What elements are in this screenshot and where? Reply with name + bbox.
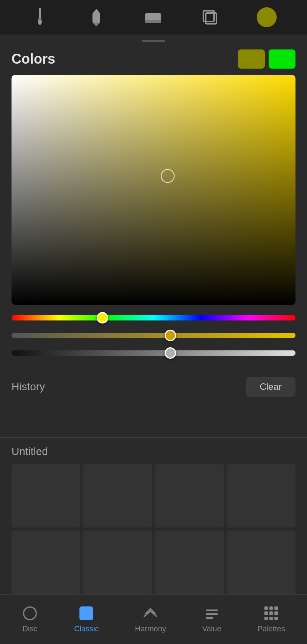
drag-handle[interactable] xyxy=(142,40,165,42)
brush-tool[interactable] xyxy=(30,8,50,27)
eraser-tool[interactable] xyxy=(144,8,163,27)
svg-rect-12 xyxy=(206,617,213,619)
hue-slider-row[interactable] xyxy=(12,312,295,323)
swatch-cell-2[interactable] xyxy=(83,464,152,527)
dark-thumb[interactable] xyxy=(165,347,176,359)
swatch-cell-3[interactable] xyxy=(155,464,224,527)
tab-bar: Disc Classic Harmony xyxy=(0,594,307,644)
tab-value[interactable]: Value xyxy=(196,601,228,637)
history-header: History Clear xyxy=(12,377,295,397)
hue-track[interactable] xyxy=(12,315,295,320)
swatch-cell-4[interactable] xyxy=(227,464,295,527)
tab-classic-label: Classic xyxy=(74,624,99,633)
harmony-icon xyxy=(142,605,158,621)
separator xyxy=(0,437,307,438)
untitled-section: Untitled xyxy=(0,445,307,594)
svg-rect-10 xyxy=(206,610,218,611)
colors-panel: Colors History xyxy=(0,34,307,644)
dark-track[interactable] xyxy=(12,350,295,356)
opacity-track[interactable] xyxy=(12,333,295,338)
current-color-dot[interactable] xyxy=(257,7,277,27)
untitled-label: Untitled xyxy=(12,445,295,458)
opacity-thumb[interactable] xyxy=(165,330,176,341)
tab-value-label: Value xyxy=(202,624,221,633)
svg-marker-3 xyxy=(92,9,100,13)
tab-harmony[interactable]: Harmony xyxy=(129,601,172,637)
svg-rect-2 xyxy=(38,18,41,20)
tab-disc-label: Disc xyxy=(23,624,38,633)
sliders-area xyxy=(0,305,307,373)
color-swatches xyxy=(238,49,295,69)
svg-marker-5 xyxy=(92,23,100,26)
disc-icon xyxy=(22,605,38,621)
svg-rect-0 xyxy=(39,8,41,20)
swatch-cell-5[interactable] xyxy=(12,531,80,594)
swatch-cell-1[interactable] xyxy=(12,464,80,527)
panel-title: Colors xyxy=(12,51,55,67)
swatch-cell-8[interactable] xyxy=(227,531,295,594)
swatch-cell-6[interactable] xyxy=(83,531,152,594)
svg-rect-11 xyxy=(206,613,218,615)
palettes-icon xyxy=(263,605,279,621)
secondary-swatch[interactable] xyxy=(269,49,295,69)
tab-classic[interactable]: Classic xyxy=(68,601,105,637)
swatch-cell-7[interactable] xyxy=(155,531,224,594)
primary-swatch[interactable] xyxy=(238,49,265,69)
tab-disc[interactable]: Disc xyxy=(16,601,44,637)
untitled-swatches xyxy=(12,464,295,594)
svg-rect-7 xyxy=(145,20,161,23)
opacity-slider-row[interactable] xyxy=(12,330,295,341)
history-label: History xyxy=(12,381,45,393)
pencil-tool[interactable] xyxy=(87,8,106,27)
colors-header: Colors xyxy=(0,46,307,75)
value-icon xyxy=(204,605,220,621)
picker-cursor xyxy=(161,169,175,183)
dark-slider-row[interactable] xyxy=(12,348,295,358)
history-section: History Clear xyxy=(0,373,307,430)
tab-harmony-label: Harmony xyxy=(135,624,166,633)
top-toolbar xyxy=(0,0,307,34)
clear-button[interactable]: Clear xyxy=(246,377,295,397)
tab-palettes[interactable]: Palettes xyxy=(251,601,291,637)
tab-palettes-label: Palettes xyxy=(257,624,285,633)
layers-tool[interactable] xyxy=(200,8,220,27)
svg-rect-4 xyxy=(92,13,100,23)
history-swatches xyxy=(12,403,295,430)
color-picker-area[interactable] xyxy=(12,75,295,305)
hue-thumb[interactable] xyxy=(97,312,108,324)
classic-icon xyxy=(78,605,94,621)
